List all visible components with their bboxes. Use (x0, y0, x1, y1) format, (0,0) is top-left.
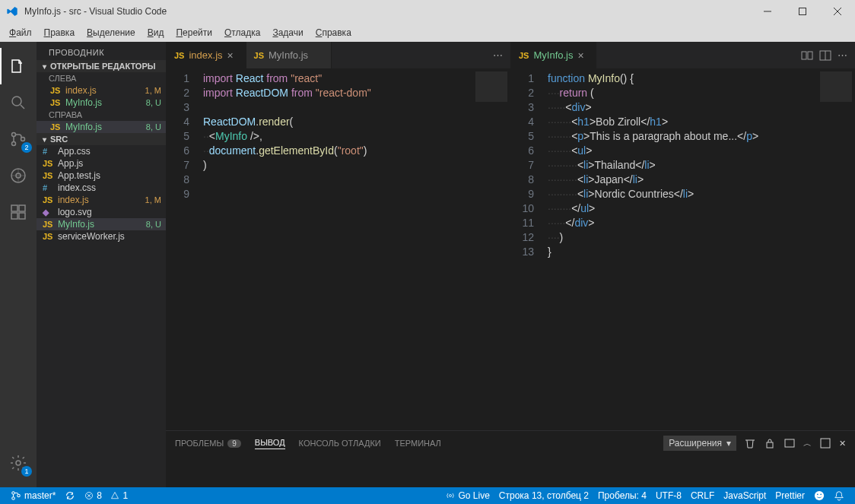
file-row[interactable]: JSMyInfo.js8, U (37, 97, 166, 109)
compare-icon[interactable] (801, 49, 813, 62)
more-icon[interactable]: ⋯ (493, 49, 503, 61)
svg-point-1 (12, 97, 21, 106)
panel-tab-debug-console[interactable]: КОНСОЛЬ ОТЛАДКИ (299, 439, 381, 448)
minimap[interactable] (472, 68, 510, 430)
svg-point-11 (16, 461, 21, 465)
debug-icon[interactable] (0, 157, 37, 194)
chevron-down-icon: ▾ (726, 438, 731, 449)
search-icon[interactable] (0, 84, 37, 121)
titlebar: MyInfo.js - src - Visual Studio Code (0, 0, 855, 23)
minimap[interactable] (817, 68, 855, 430)
svg-point-19 (12, 497, 15, 500)
menu-перейти[interactable]: Перейти (170, 26, 218, 40)
close-tab-icon[interactable]: × (227, 49, 238, 62)
activity-bar: 2 1 (0, 42, 37, 487)
file-row[interactable]: JSApp.test.js (37, 170, 166, 182)
errors-warnings[interactable]: 8 1 (80, 490, 132, 501)
go-live[interactable]: Go Live (441, 490, 494, 501)
file-row[interactable]: ◆logo.svg (37, 206, 166, 218)
more-icon[interactable]: ⋯ (838, 49, 847, 61)
status-bar: master* 8 1 Go Live Строка 13, столбец 2… (0, 487, 855, 504)
close-button[interactable] (820, 0, 855, 23)
window-title: MyInfo.js - src - Visual Studio Code (24, 6, 167, 17)
menubar: ФайлПравкаВыделениеВидПерейтиОтладкаЗада… (0, 23, 855, 42)
editor-right[interactable]: 12345678910111213 function MyInfo() {···… (511, 68, 855, 430)
svg-point-23 (815, 491, 824, 500)
editor-area: JSindex.js×JSMyInfo.js ⋯ 123456789 impor… (166, 42, 855, 487)
svg-rect-8 (19, 205, 25, 211)
chevron-down-icon: ▾ (40, 62, 49, 71)
tab-actions-right: ⋯ (793, 42, 855, 68)
prettier-status[interactable]: Prettier (771, 490, 809, 501)
editor-group-right: JSMyInfo.js× ⋯ 12345678910111213 functio… (510, 42, 855, 430)
output-channel-dropdown[interactable]: Расширения▾ (663, 436, 736, 451)
encoding[interactable]: UTF-8 (651, 490, 686, 501)
cursor-position[interactable]: Строка 13, столбец 2 (494, 490, 593, 501)
sync-status[interactable] (60, 490, 80, 501)
menu-справка[interactable]: Справка (310, 26, 358, 40)
tabs-left: JSindex.js×JSMyInfo.js ⋯ (167, 42, 510, 68)
panel-tab-problems[interactable]: ПРОБЛЕМЫ9 (175, 439, 241, 448)
menu-выделение[interactable]: Выделение (81, 26, 141, 40)
group-left-label: СЛЕВА (37, 72, 166, 84)
vscode-logo-icon (6, 5, 18, 17)
tabs-right: JSMyInfo.js× ⋯ (511, 42, 855, 68)
scm-badge: 2 (21, 142, 32, 153)
tab-MyInfo.js[interactable]: JSMyInfo.js (246, 42, 332, 68)
folder-section[interactable]: ▾SRC (37, 133, 166, 145)
eol[interactable]: CRLF (686, 490, 719, 501)
indentation[interactable]: Пробелы: 4 (593, 490, 651, 501)
file-row[interactable]: JSindex.js1, M (37, 194, 166, 206)
settings-badge: 1 (21, 466, 32, 477)
panel-tab-output[interactable]: ВЫВОД (255, 438, 285, 449)
menu-задачи[interactable]: Задачи (266, 26, 309, 40)
file-row[interactable]: #index.css (37, 182, 166, 194)
open-log-icon[interactable] (783, 437, 796, 449)
menu-отладка[interactable]: Отладка (218, 26, 266, 40)
tab-MyInfo.js[interactable]: JSMyInfo.js× (511, 42, 596, 68)
lock-scroll-icon[interactable] (764, 437, 776, 449)
svg-rect-13 (808, 52, 812, 59)
close-panel-icon[interactable]: ✕ (839, 439, 846, 449)
notifications-icon[interactable] (829, 490, 849, 501)
extensions-icon[interactable] (0, 194, 37, 230)
explorer-sidebar: ПРОВОДНИК ▾ОТКРЫТЫЕ РЕДАКТОРЫ СЛЕВА JSin… (37, 42, 166, 487)
menu-вид[interactable]: Вид (141, 26, 170, 40)
sidebar-title: ПРОВОДНИК (37, 42, 166, 60)
file-row[interactable]: JSMyInfo.js8, U (37, 218, 166, 230)
chevron-up-icon[interactable]: ︿ (803, 438, 812, 449)
svg-point-24 (817, 493, 818, 495)
svg-rect-9 (11, 213, 17, 219)
open-editors-section[interactable]: ▾ОТКРЫТЫЕ РЕДАКТОРЫ (37, 60, 166, 72)
clear-output-icon[interactable] (744, 437, 756, 449)
menu-правка[interactable]: Правка (38, 26, 81, 40)
maximize-button[interactable] (785, 0, 820, 23)
svg-point-4 (21, 138, 25, 141)
bottom-panel: ПРОБЛЕМЫ9 ВЫВОД КОНСОЛЬ ОТЛАДКИ ТЕРМИНАЛ… (166, 430, 855, 487)
panel-tab-terminal[interactable]: ТЕРМИНАЛ (395, 439, 441, 448)
svg-rect-0 (799, 8, 806, 15)
scm-icon[interactable]: 2 (0, 121, 37, 157)
settings-icon[interactable]: 1 (0, 445, 37, 481)
explorer-icon[interactable] (0, 48, 37, 84)
close-tab-icon[interactable]: × (577, 49, 588, 62)
minimize-button[interactable] (750, 0, 785, 23)
maximize-panel-icon[interactable] (819, 437, 831, 449)
split-icon[interactable] (819, 49, 831, 62)
feedback-icon[interactable] (809, 490, 829, 501)
tab-index.js[interactable]: JSindex.js× (167, 42, 246, 68)
file-row[interactable]: JSMyInfo.js8, U (37, 121, 166, 133)
svg-rect-10 (19, 213, 25, 219)
menu-файл[interactable]: Файл (3, 26, 38, 40)
branch-status[interactable]: master* (6, 490, 60, 501)
svg-rect-16 (785, 439, 794, 447)
file-row[interactable]: JSApp.js (37, 157, 166, 170)
file-row[interactable]: #App.css (37, 145, 166, 157)
svg-rect-7 (11, 205, 17, 211)
language-mode[interactable]: JavaScript (719, 490, 771, 501)
svg-rect-12 (802, 52, 806, 59)
editor-left[interactable]: 123456789 import React from "react"impor… (167, 68, 510, 430)
file-row[interactable]: JSindex.js1, M (37, 84, 166, 97)
svg-point-25 (820, 493, 822, 495)
file-row[interactable]: JSserviceWorker.js (37, 230, 166, 242)
